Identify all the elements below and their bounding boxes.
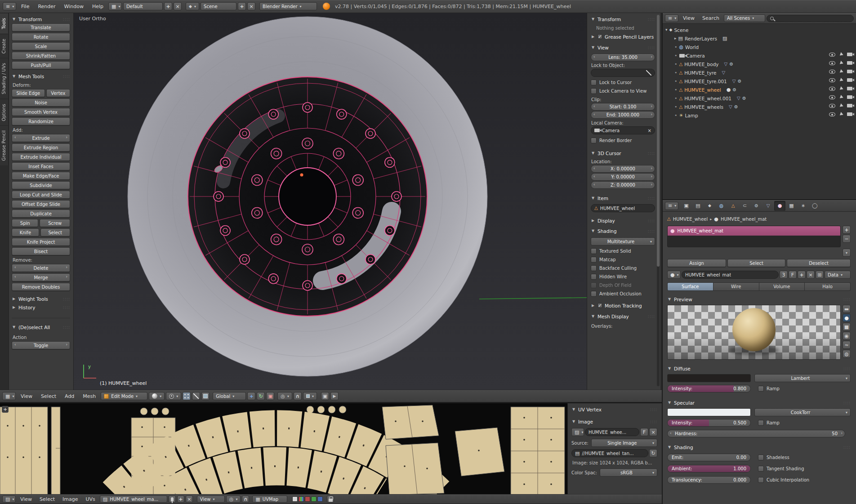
diffuse-color-swatch[interactable]: [667, 374, 751, 382]
channel-color-alpha-button[interactable]: [292, 496, 298, 502]
editor-type-outliner-button[interactable]: [665, 14, 678, 22]
action-toggle-button[interactable]: Toggle: [12, 341, 70, 349]
outliner-row-humvee-tyre-001[interactable]: HUMVEE_tyre.001: [665, 77, 856, 85]
panel-mesh-display-header[interactable]: Mesh Display: [591, 312, 655, 321]
outliner-row-humvee-tyre[interactable]: HUMVEE_tyre: [665, 68, 856, 77]
new-image-button[interactable]: [177, 495, 184, 503]
viewport-menu-add[interactable]: Add: [61, 392, 78, 400]
diffuse-shader-selector[interactable]: Lambert: [754, 374, 851, 382]
tool-noise-button[interactable]: Noise: [12, 98, 70, 107]
tab-options[interactable]: Options: [0, 99, 9, 126]
stepper-right-icon[interactable]: [651, 112, 652, 116]
tool-bisect-button[interactable]: Bisect: [12, 247, 70, 255]
expand-icon[interactable]: [665, 28, 668, 32]
stepper-left-icon[interactable]: [14, 274, 16, 279]
tab-particles[interactable]: ∗: [798, 201, 809, 211]
image-path-field[interactable]: //HUMVEE_wheel_tan...: [571, 449, 648, 457]
new-material-button[interactable]: [798, 271, 806, 279]
stepper-left-icon[interactable]: [593, 54, 595, 59]
snap-toggle-button[interactable]: [294, 392, 302, 400]
uv-image-selector[interactable]: HUMVEE_wheel_ma...: [100, 495, 167, 503]
scene-browse-button[interactable]: [186, 2, 199, 10]
tab-object[interactable]: [727, 201, 739, 211]
add-screen-layout-button[interactable]: [164, 2, 172, 10]
material-name-field[interactable]: HUMVEE_wheel_mat: [682, 271, 779, 279]
tool-remove-doubles-button[interactable]: Remove Doubles: [12, 283, 70, 291]
uv-pivot-selector[interactable]: View: [197, 495, 225, 503]
tab-create[interactable]: Create: [0, 34, 9, 58]
preview-cube-button[interactable]: ■: [843, 323, 851, 331]
renderability-toggle[interactable]: [847, 87, 852, 90]
panel-shading-header[interactable]: Shading: [591, 227, 655, 235]
editor-type-3dview-button[interactable]: [2, 392, 16, 400]
remove-material-slot-button[interactable]: [843, 235, 851, 243]
outliner-row-humvee-wheel-001[interactable]: HUMVEE_wheel.001: [665, 94, 856, 103]
textured-solid-toggle[interactable]: Textured Solid: [591, 247, 655, 255]
tool-push-pull-button[interactable]: Push/Pull: [12, 61, 70, 69]
type-halo-tab[interactable]: Halo: [805, 282, 851, 291]
selectability-toggle[interactable]: [840, 87, 843, 90]
tool-screw-button[interactable]: Screw: [40, 219, 70, 227]
renderability-toggle[interactable]: [847, 78, 852, 82]
clip-start-field[interactable]: Start: 0.100: [591, 103, 655, 111]
renderability-toggle[interactable]: [847, 53, 852, 56]
panel-history-header[interactable]: History: [12, 303, 70, 312]
image-name-field[interactable]: HUMVEE_whee...: [585, 428, 639, 436]
image-source-selector[interactable]: Single Image: [591, 439, 657, 447]
selectability-toggle[interactable]: [840, 95, 843, 99]
stepper-left-icon[interactable]: [14, 135, 16, 139]
tool-delete-button[interactable]: Delete: [12, 264, 70, 272]
panel-transform-header[interactable]: Transform: [12, 15, 70, 23]
visibility-toggle[interactable]: [829, 95, 835, 99]
use-nodes-button[interactable]: [816, 271, 824, 279]
viewport-3d[interactable]: User Ortho y (1) HUMVEE_wheel: [74, 13, 587, 390]
colorspace-selector[interactable]: sRGB: [600, 468, 657, 477]
cursor-y-field[interactable]: Y: 0.00000: [591, 173, 655, 181]
panel-view-header[interactable]: View: [591, 43, 655, 52]
opengl-render-image-button[interactable]: [321, 392, 329, 400]
visibility-toggle[interactable]: [829, 70, 835, 74]
menu-render[interactable]: Render: [34, 3, 59, 10]
cursor-x-field[interactable]: X: 0.00000: [591, 165, 655, 173]
renderability-toggle[interactable]: [847, 104, 852, 107]
tab-texture[interactable]: [786, 201, 797, 211]
tool-slide-edge-button[interactable]: Slide Edge: [12, 89, 45, 97]
stepper-left-icon[interactable]: [670, 431, 672, 435]
fake-user-button[interactable]: F: [789, 271, 797, 279]
editor-type-image-button[interactable]: [2, 495, 16, 503]
face-select-mode-button[interactable]: [201, 392, 210, 400]
select-button[interactable]: Select: [727, 259, 785, 267]
panel-deselect-all-header[interactable]: (De)select All: [12, 323, 70, 331]
tool-subdivide-button[interactable]: Subdivide: [12, 181, 70, 189]
outliner-row-humvee-body[interactable]: HUMVEE_body: [665, 60, 856, 68]
unlink-image-button[interactable]: [649, 428, 657, 436]
depth-of-field-toggle[interactable]: Depth Of Field: [591, 281, 655, 290]
deselect-button[interactable]: Deselect: [787, 259, 851, 267]
panel-weight-tools-header[interactable]: Weight Tools: [12, 294, 70, 303]
outliner-row-renderlayers[interactable]: RenderLayers: [665, 34, 856, 43]
tool-knife-button[interactable]: Knife: [12, 228, 39, 236]
render-engine-selector[interactable]: Blender Render: [259, 2, 317, 10]
outliner-row-world[interactable]: World: [665, 43, 856, 51]
outliner-row-lamp[interactable]: Lamp: [665, 111, 856, 120]
delete-screen-layout-button[interactable]: [174, 2, 182, 10]
tool-duplicate-button[interactable]: Duplicate: [12, 210, 70, 218]
viewport-shading-selector[interactable]: [149, 392, 165, 400]
breadcrumb-object[interactable]: HUMVEE_wheel: [673, 217, 708, 222]
selectability-toggle[interactable]: [840, 112, 843, 116]
material-slot-list[interactable]: HUMVEE_wheel_mat: [667, 226, 841, 247]
specular-ramp-toggle[interactable]: Ramp: [758, 419, 780, 427]
tool-inset-faces-button[interactable]: Inset Faces: [12, 162, 70, 170]
tool-loop-cut-button[interactable]: Loop Cut and Slide: [12, 191, 70, 199]
tangent-shading-toggle[interactable]: Tangent Shading: [758, 464, 851, 473]
uv-proportional-selector[interactable]: [226, 495, 241, 503]
uv-menu-uvs[interactable]: UVs: [83, 496, 98, 503]
panel-specular-header[interactable]: Specular: [667, 398, 851, 407]
specular-color-swatch[interactable]: [667, 408, 751, 416]
edge-select-mode-button[interactable]: [192, 392, 200, 400]
tab-grease-pencil[interactable]: Grease Pencil: [0, 125, 9, 165]
lock-camera-to-view-toggle[interactable]: Lock Camera to View: [591, 87, 655, 95]
tool-extrude-button[interactable]: Extrude: [12, 134, 70, 142]
motion-tracking-checkbox[interactable]: [597, 303, 602, 308]
tab-render-layers[interactable]: [692, 201, 704, 211]
